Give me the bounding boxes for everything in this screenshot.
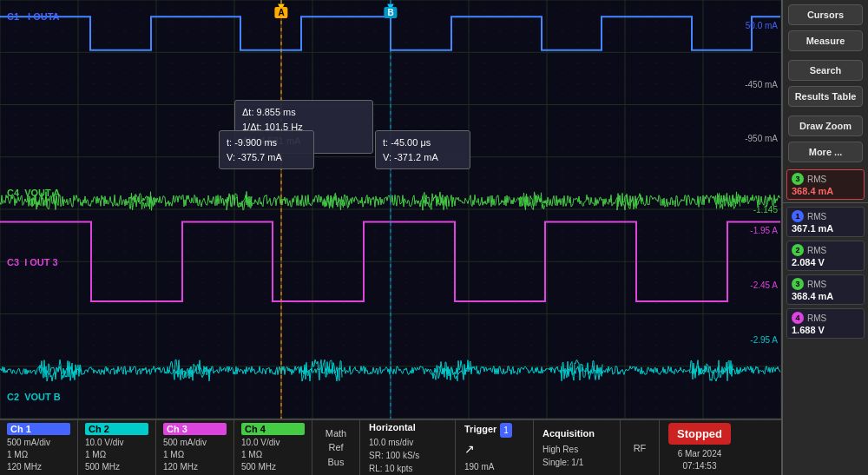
meas3b-value: 368.4 mA (792, 291, 859, 301)
cursor-v2-label: V: -371.2 mA (383, 150, 463, 165)
ch3-label: C3 I OUT 3 (3, 256, 62, 268)
level-50ma: 50.0 mA (746, 21, 778, 30)
cursor-b-label: B (384, 7, 397, 18)
trigger-level: 190 mA (464, 460, 524, 473)
meas3-badge: 3 (792, 173, 804, 185)
cursor-c2-box: t: -45.00 μs V: -371.2 mA (375, 130, 470, 169)
trigger-header: Trigger (464, 422, 496, 437)
meas1-item[interactable]: 1 RMS 367.1 mA (786, 207, 865, 237)
oscilloscope: C1 I OUTA C4 VOUT A C3 I OUT 3 C2 VOUT B… (0, 0, 868, 475)
horiz-header: Horizontal (369, 420, 446, 435)
meas3b-type: RMS (807, 280, 826, 289)
meas3b-badge: 3 (792, 278, 804, 290)
ch4-header: Ch 4 (241, 423, 305, 435)
measurements-section: 1 RMS 367.1 mA 2 RMS 2.084 V 3 RMS 368. (783, 202, 868, 475)
trigger-ch-badge: 1 (500, 423, 512, 438)
math-ref-bus[interactable]: Math Ref Bus (312, 420, 360, 475)
ch4-coupling: 1 MΩ (241, 449, 305, 461)
waveform-container[interactable]: C1 I OUTA C4 VOUT A C3 I OUT 3 C2 VOUT B… (0, 0, 781, 419)
cursor-v1-label: V: -375.7 mA (227, 150, 306, 165)
cursors-button[interactable]: Cursors (788, 4, 863, 25)
ch2-header: Ch 2 (85, 423, 148, 435)
acquisition-info[interactable]: Acquisition High Res Single: 1/1 (534, 420, 621, 475)
ch1-header: Ch 1 (7, 423, 70, 435)
stopped-button[interactable]: Stopped (668, 423, 731, 445)
math-label: Math (326, 426, 346, 441)
meas1-type: RMS (807, 212, 826, 221)
delta-t-label: Δt: 9.855 ms (242, 105, 365, 120)
meas3-value: 368.4 mA (792, 186, 859, 196)
ch1-scale: 500 mA/div (7, 437, 70, 449)
right-panel: Cursors Measure Search Results Table Dra… (781, 0, 868, 475)
stopped-info: Stopped 6 Mar 2024 07:14:53 (660, 420, 740, 475)
level-950ma: -950 mA (745, 134, 778, 143)
date-display: 6 Mar 2024 07:14:53 (678, 448, 722, 472)
ref-label: Ref (328, 440, 343, 455)
trigger-slope-icon: ↗ (464, 440, 524, 459)
meas2-item[interactable]: 2 RMS 2.084 V (786, 241, 865, 271)
ch1-coupling: 1 MΩ (7, 449, 70, 461)
meas4-type: RMS (807, 313, 826, 323)
cursor-a-label: A (274, 7, 287, 18)
cursor-c1-box: t: -9.900 ms V: -375.7 mA (219, 130, 314, 169)
cursor-t1-label: t: -9.900 ms (227, 135, 306, 150)
level-195a: -1.95 A (750, 226, 778, 235)
bus-label: Bus (328, 455, 345, 470)
horizontal-info[interactable]: Horizontal 10.0 ms/div SR: 100 kS/s RL: … (360, 420, 456, 475)
results-table-button[interactable]: Results Table (788, 86, 863, 107)
ch1-info[interactable]: Ch 1 500 mA/div 1 MΩ 120 MHz (0, 420, 78, 475)
bottom-bar: Ch 1 500 mA/div 1 MΩ 120 MHz Ch 2 10.0 V… (0, 419, 781, 475)
waveform-canvas (0, 0, 781, 419)
horiz-scale: 10.0 ms/div (369, 436, 446, 449)
acq-mode: High Res (542, 443, 611, 456)
level-450ma: -450 mA (745, 80, 778, 89)
meas3-type: RMS (807, 175, 826, 184)
ch2-coupling: 1 MΩ (85, 449, 148, 461)
ch3-header: Ch 3 (163, 423, 227, 435)
ch1-label: C1 I OUTA (3, 10, 63, 23)
meas4-value: 1.688 V (792, 325, 859, 335)
horiz-rl: RL: 10 kpts (369, 462, 446, 475)
ch3-scale: 500 mA/div (163, 437, 227, 449)
ch2-label: C2 VOUT B (3, 391, 64, 403)
ch3-bw: 120 MHz (163, 461, 227, 473)
draw-zoom-button[interactable]: Draw Zoom (788, 115, 863, 136)
cursor-t2-label: t: -45.00 μs (383, 135, 463, 150)
ch2-scale: 10.0 V/div (85, 437, 148, 449)
meas2-value: 2.084 V (792, 257, 859, 267)
ch4-bw: 500 MHz (241, 461, 305, 473)
ch4-label: C4 VOUT A (3, 187, 63, 199)
ch4-info[interactable]: Ch 4 10.0 V/div 1 MΩ 500 MHz (234, 420, 312, 475)
measure-button[interactable]: Measure (788, 30, 863, 51)
horiz-sr: SR: 100 kS/s (369, 449, 446, 462)
meas1-value: 367.1 mA (792, 223, 859, 234)
meas-highlight-header: 3 RMS (792, 173, 859, 185)
ch2-bw: 500 MHz (85, 461, 148, 473)
ch3-coupling: 1 MΩ (163, 449, 227, 461)
meas4-item[interactable]: 4 RMS 1.688 V (786, 308, 865, 339)
level-245a: -2.45 A (750, 280, 778, 290)
rf-info[interactable]: RF (621, 420, 660, 475)
meas2-badge: 2 (792, 244, 804, 256)
meas4-badge: 4 (792, 312, 804, 324)
rf-label: RF (634, 443, 647, 453)
acq-header: Acquisition (542, 426, 611, 441)
meas2-type: RMS (807, 246, 826, 255)
trigger-info[interactable]: Trigger 1 ↗ 190 mA (456, 420, 534, 475)
search-button[interactable]: Search (788, 60, 863, 81)
acq-single: Single: 1/1 (542, 456, 611, 469)
more-button[interactable]: More ... (788, 142, 863, 162)
ch1-bw: 120 MHz (7, 461, 70, 473)
ch4-scale: 10.0 V/div (241, 437, 305, 449)
meas3-item[interactable]: 3 RMS 368.4 mA (786, 274, 865, 305)
level-295a: -2.95 A (750, 335, 778, 345)
ch3-info[interactable]: Ch 3 500 mA/div 1 MΩ 120 MHz (156, 420, 234, 475)
meas1-badge: 1 (792, 210, 804, 222)
main-area: C1 I OUTA C4 VOUT A C3 I OUT 3 C2 VOUT B… (0, 0, 781, 475)
ch2-info[interactable]: Ch 2 10.0 V/div 1 MΩ 500 MHz (78, 420, 156, 475)
level-145: -1.145 (753, 205, 778, 214)
